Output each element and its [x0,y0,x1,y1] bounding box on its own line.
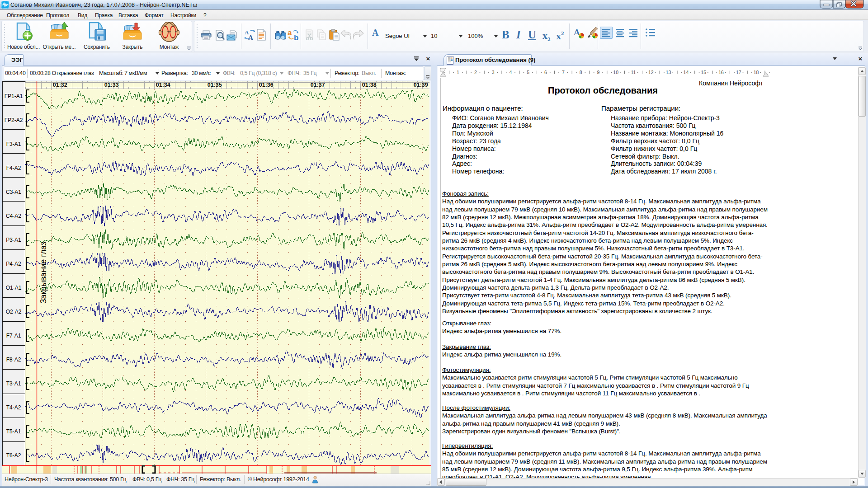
svg-text:12: 12 [648,70,654,75]
svg-text:01:34: 01:34 [156,82,170,88]
svg-text:01:38: 01:38 [362,82,377,88]
svg-text:01:35: 01:35 [208,82,222,88]
svg-text:8: 8 [580,70,582,75]
svg-text:Закрывание глаз: Закрывание глаз [39,242,48,304]
svg-text:01:39: 01:39 [414,82,428,88]
svg-text:1: 1 [457,70,459,75]
svg-text:13: 13 [666,70,671,75]
svg-text:A: A [372,28,379,37]
svg-text:01:36: 01:36 [259,82,274,88]
svg-text:01:37: 01:37 [311,82,325,88]
svg-text:3: 3 [492,70,495,75]
svg-text:4: 4 [509,70,512,75]
svg-text:6: 6 [544,70,547,75]
svg-text:15: 15 [701,70,706,75]
svg-text:2: 2 [474,70,477,75]
svg-text:9: 9 [597,70,599,75]
svg-text:a: a [288,29,292,37]
svg-text:11: 11 [631,70,636,75]
svg-text:10: 10 [613,70,618,75]
svg-text:A: A [248,34,253,41]
svg-text:17: 17 [736,70,741,75]
svg-text:01:32: 01:32 [53,82,67,88]
svg-text:14: 14 [684,70,689,75]
svg-text:16: 16 [718,70,724,75]
svg-text:01:33: 01:33 [104,82,119,88]
svg-text:18: 18 [754,70,759,75]
svg-text:b: b [294,33,298,41]
svg-text:7: 7 [562,70,565,75]
svg-text:5: 5 [527,70,529,75]
